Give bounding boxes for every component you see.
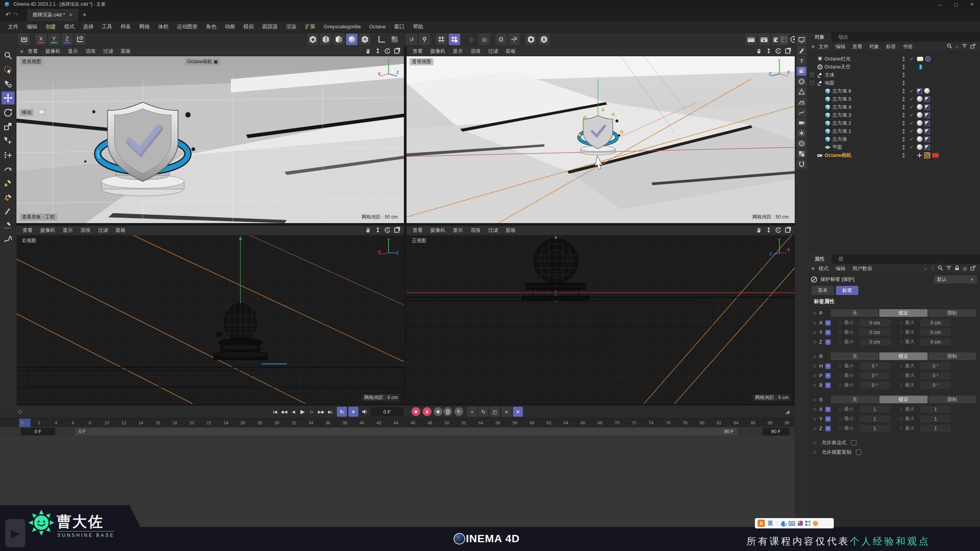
snap-key-button[interactable]: ✕ [513,407,523,417]
preset-dropdown[interactable]: 默认▼ [934,275,977,284]
render-picture-viewer-button[interactable] [758,34,770,45]
menu-item-2[interactable]: 查看 [849,43,866,50]
max-value-field[interactable]: 1 [920,406,951,413]
menu-item-7[interactable]: 网格 [135,23,154,30]
protection-tag-icon-selected[interactable] [924,152,930,158]
object-name[interactable]: 立方体.4 [832,104,851,111]
expander-icon[interactable]: − [810,81,814,85]
enabled-check-icon[interactable]: ✓ [910,128,915,134]
spline-pen-tool-icon[interactable] [2,162,15,175]
menu-item-11[interactable]: 动画 [220,23,239,30]
range-end-field[interactable]: 90 F [763,428,789,435]
menu-item-5[interactable]: 面板 [502,48,519,55]
model-mode-button[interactable] [18,34,30,45]
object-name[interactable]: Octane相机 [825,152,851,159]
min-value-field[interactable]: 0 ° [859,362,890,370]
layer-dots-icon[interactable] [903,73,905,77]
tab-tag[interactable]: 标签 [836,286,858,295]
max-radio[interactable] [900,365,903,367]
keyboard-icon[interactable] [789,521,795,526]
viewport-canvas-right[interactable]: 右视图 网格间距 : 5 cm Y X Z [16,235,404,404]
screen-icon[interactable] [797,36,807,45]
min-value-field[interactable]: 1 [859,406,890,413]
seg-option-限制[interactable]: 限制 [928,396,976,403]
object-row[interactable]: Octane相机 [808,151,980,159]
max-value-field[interactable]: 0 ° [920,372,951,379]
menu-item-0[interactable]: 查看 [24,48,42,55]
enabled-check-icon[interactable]: ✓ [910,136,915,142]
target-tag-icon[interactable] [925,56,931,62]
menu-item-3[interactable]: 对象 [866,43,883,50]
material-tag-icon[interactable] [917,120,923,126]
viewport-front-view[interactable]: 查看摄像机显示选项过滤面板 [407,226,795,404]
pen-icon[interactable] [797,46,807,55]
rotate-tool-icon[interactable] [2,106,15,119]
search-icon[interactable] [938,265,943,272]
object-name[interactable]: 地面 [825,80,835,86]
autokey-a-icon[interactable]: A [348,407,358,417]
punctuation-icon[interactable]: ’, [776,521,778,526]
maximize-view-icon[interactable] [785,48,791,55]
phong-tag-icon[interactable] [924,145,930,150]
microphone-icon[interactable] [782,521,785,526]
hex-a-button[interactable]: A [538,34,550,45]
menu-item-4[interactable]: 过滤 [484,48,502,55]
maximize-view-icon[interactable] [394,227,400,234]
prev-frame-button[interactable]: ◀ [289,407,298,417]
menu-item-5[interactable]: 面板 [502,227,519,234]
diamond-icon[interactable]: ◇ [813,339,819,344]
axis-checkbox[interactable]: ✓ [825,383,831,388]
min-radio[interactable] [839,331,842,334]
menu-item-3[interactable]: 选项 [82,48,100,55]
diamond-icon[interactable]: ◇ [813,364,819,368]
menu-item-1[interactable]: 摄像机 [36,227,59,234]
menu-item-13[interactable]: 跟踪器 [258,23,282,30]
axis-tool-button[interactable] [376,34,387,45]
option-checkbox[interactable] [856,450,861,455]
layer-dots-icon[interactable] [903,129,905,134]
hamburger-icon[interactable]: ≡ [812,266,815,271]
object-row[interactable]: 立方体✓ [808,135,980,143]
diamond-icon[interactable]: ◇ [813,407,819,412]
max-value-field[interactable]: 1 [920,425,951,432]
rotate-view-icon[interactable] [384,48,390,55]
min-value-field[interactable]: 0 cm [859,319,890,326]
menu-item-17[interactable]: Octane [365,24,390,29]
rotate-view-icon[interactable] [775,48,781,55]
move-tool-icon[interactable] [2,91,15,104]
max-value-field[interactable]: 0 ° [920,381,951,389]
menu-item-3[interactable]: 模式 [60,23,79,30]
object-row[interactable]: −地面 [808,79,980,87]
menu-item-0[interactable]: 模式 [815,265,832,272]
max-value-field[interactable]: 0 cm [920,329,951,336]
seg-option-锁定[interactable]: 锁定 [879,396,927,403]
render-settings-button[interactable] [359,34,371,45]
magnet-icon[interactable] [797,160,807,169]
next-frame-button[interactable]: ▷ [307,407,316,417]
zoom-tool-icon[interactable] [2,49,15,62]
pan-icon[interactable] [756,48,762,55]
menu-item-4[interactable]: 过滤 [484,227,502,234]
min-radio[interactable] [839,417,842,420]
object-name[interactable]: 立方体.3 [832,112,851,119]
live-selection-tool-icon[interactable] [2,63,15,76]
multi-move-tool-icon[interactable] [2,148,15,161]
range-start-field[interactable]: 0 F [21,428,55,435]
min-value-field[interactable]: 0 cm [859,338,890,346]
seg-option-限制[interactable]: 限制 [928,309,976,317]
minimize-button[interactable]: — [932,0,948,9]
menu-item-12[interactable]: 模拟 [239,23,258,30]
expander-icon[interactable]: + [810,73,814,77]
max-radio[interactable] [900,321,903,324]
redo-icon[interactable]: ↷ [13,11,18,19]
pan-icon[interactable] [365,48,371,55]
pan-icon[interactable] [756,227,762,234]
reset-psr-button[interactable]: ↺ [406,34,417,45]
seg-option-无[interactable]: 无 [831,396,879,403]
timeline-ruler[interactable]: 0246810121416182022242628303234363840424… [0,418,795,427]
diamond-icon[interactable]: ◇ [813,311,819,316]
object-row[interactable]: 立方体.4✓ [808,103,980,111]
object-name[interactable]: Octane灯光 [825,55,851,62]
min-value-field[interactable]: 1 [859,425,890,432]
render-active-button[interactable] [346,34,358,45]
